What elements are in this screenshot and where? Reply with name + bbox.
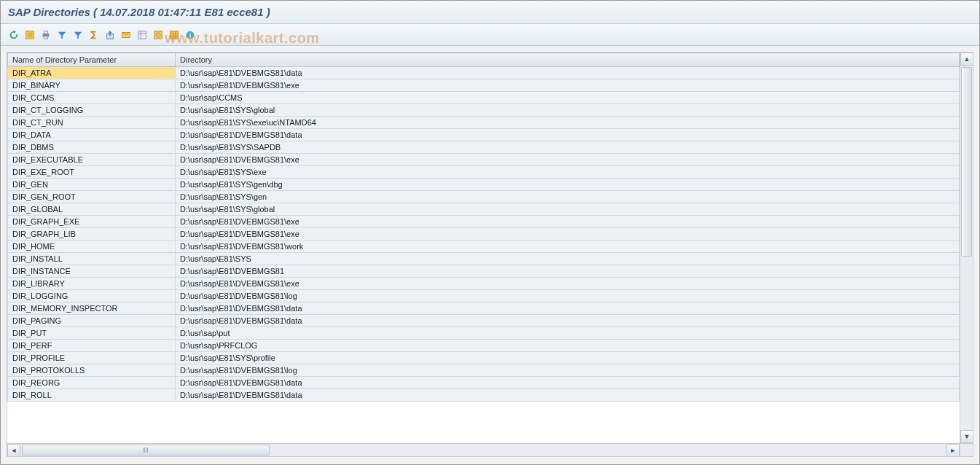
cell-param-name[interactable]: DIR_GEN xyxy=(8,179,176,191)
table-row[interactable]: DIR_GRAPH_EXED:\usr\sap\E81\DVEBMGS81\ex… xyxy=(8,216,960,228)
table-row[interactable]: DIR_DATAD:\usr\sap\E81\DVEBMGS81\data xyxy=(8,129,960,141)
cell-directory[interactable]: D:\usr\sap\E81\SYS xyxy=(176,253,960,265)
table-row[interactable]: DIR_PROTOKOLLSD:\usr\sap\E81\DVEBMGS81\l… xyxy=(8,364,960,377)
cell-param-name[interactable]: DIR_PROTOKOLLS xyxy=(8,364,176,377)
cell-param-name[interactable]: DIR_CT_RUN xyxy=(8,117,176,129)
cell-param-name[interactable]: DIR_ROLL xyxy=(8,389,176,402)
select-layout-icon[interactable] xyxy=(151,28,165,42)
details-icon[interactable] xyxy=(23,28,37,42)
mail-icon[interactable] xyxy=(119,28,133,42)
vscroll-track[interactable] xyxy=(960,66,973,430)
cell-directory[interactable]: D:\usr\sap\E81\DVEBMGS81\data xyxy=(176,67,960,79)
cell-directory[interactable]: D:\usr\sap\CCMS xyxy=(176,92,960,104)
table-row[interactable]: DIR_ATRAD:\usr\sap\E81\DVEBMGS81\data xyxy=(8,67,960,79)
scroll-up-icon[interactable]: ▲ xyxy=(960,52,973,66)
cell-directory[interactable]: D:\usr\sap\E81\DVEBMGS81\data xyxy=(176,302,960,315)
cell-directory[interactable]: D:\usr\sap\E81\DVEBMGS81\data xyxy=(176,129,960,141)
cell-directory[interactable]: D:\usr\sap\put xyxy=(176,327,960,340)
cell-directory[interactable]: D:\usr\sap\E81\SYS\global xyxy=(176,203,960,216)
cell-directory[interactable]: D:\usr\sap\E81\SYS\global xyxy=(176,104,960,117)
table-row[interactable]: DIR_CT_LOGGINGD:\usr\sap\E81\SYS\global xyxy=(8,104,960,117)
cell-directory[interactable]: D:\usr\sap\E81\DVEBMGS81\log xyxy=(176,290,960,302)
table-row[interactable]: DIR_REORGD:\usr\sap\E81\DVEBMGS81\data xyxy=(8,377,960,389)
table-row[interactable]: DIR_EXECUTABLED:\usr\sap\E81\DVEBMGS81\e… xyxy=(8,154,960,166)
scroll-right-icon[interactable]: ► xyxy=(946,444,960,456)
cell-param-name[interactable]: DIR_PERF xyxy=(8,340,176,352)
cell-directory[interactable]: D:\usr\sap\E81\DVEBMGS81\log xyxy=(176,364,960,377)
cell-directory[interactable]: D:\usr\sap\E81\SYS\gen\dbg xyxy=(176,179,960,191)
cell-param-name[interactable]: DIR_ATRA xyxy=(8,67,176,79)
cell-param-name[interactable]: DIR_CCMS xyxy=(8,92,176,104)
table-row[interactable]: DIR_INSTALLD:\usr\sap\E81\SYS xyxy=(8,253,960,265)
cell-directory[interactable]: D:\usr\sap\E81\DVEBMGS81\exe xyxy=(176,278,960,290)
cell-param-name[interactable]: DIR_CT_LOGGING xyxy=(8,104,176,117)
cell-param-name[interactable]: DIR_GLOBAL xyxy=(8,203,176,216)
table-row[interactable]: DIR_PERFD:\usr\sap\PRFCLOG xyxy=(8,340,960,352)
cell-param-name[interactable]: DIR_PUT xyxy=(8,327,176,340)
hscroll-track[interactable] xyxy=(20,444,946,456)
cell-param-name[interactable]: DIR_HOME xyxy=(8,241,176,253)
cell-directory[interactable]: D:\usr\sap\E81\DVEBMGS81\data xyxy=(176,389,960,402)
cell-param-name[interactable]: DIR_LIBRARY xyxy=(8,278,176,290)
cell-param-name[interactable]: DIR_GRAPH_EXE xyxy=(8,216,176,228)
cell-param-name[interactable]: DIR_INSTANCE xyxy=(8,265,176,278)
cell-param-name[interactable]: DIR_REORG xyxy=(8,377,176,389)
column-header-name[interactable]: Name of Directory Parameter xyxy=(8,53,176,67)
cell-param-name[interactable]: DIR_INSTALL xyxy=(8,253,176,265)
horizontal-scrollbar[interactable]: ◄ ► xyxy=(7,443,960,456)
cell-param-name[interactable]: DIR_LOGGING xyxy=(8,290,176,302)
table-row[interactable]: DIR_MEMORY_INSPECTORD:\usr\sap\E81\DVEBM… xyxy=(8,302,960,315)
cell-directory[interactable]: D:\usr\sap\E81\SYS\exe xyxy=(176,166,960,179)
cell-directory[interactable]: D:\usr\sap\E81\DVEBMGS81\exe xyxy=(176,154,960,166)
export-icon[interactable] xyxy=(103,28,117,42)
scroll-down-icon[interactable]: ▼ xyxy=(960,430,973,443)
table-row[interactable]: DIR_PAGINGD:\usr\sap\E81\DVEBMGS81\data xyxy=(8,315,960,327)
directory-table[interactable]: Name of Directory Parameter Directory DI… xyxy=(7,52,960,402)
table-row[interactable]: DIR_GRAPH_LIBD:\usr\sap\E81\DVEBMGS81\ex… xyxy=(8,228,960,241)
table-row[interactable]: DIR_HOMED:\usr\sap\E81\DVEBMGS81\work xyxy=(8,241,960,253)
table-row[interactable]: DIR_DBMSD:\usr\sap\E81\SYS\SAPDB xyxy=(8,141,960,154)
cell-directory[interactable]: D:\usr\sap\E81\SYS\gen xyxy=(176,191,960,203)
table-row[interactable]: DIR_LOGGINGD:\usr\sap\E81\DVEBMGS81\log xyxy=(8,290,960,302)
table-row[interactable]: DIR_PROFILED:\usr\sap\E81\SYS\profile xyxy=(8,352,960,364)
cell-param-name[interactable]: DIR_BINARY xyxy=(8,79,176,92)
cell-param-name[interactable]: DIR_PAGING xyxy=(8,315,176,327)
filter-icon[interactable] xyxy=(55,28,69,42)
print-icon[interactable] xyxy=(39,28,53,42)
cell-directory[interactable]: D:\usr\sap\E81\DVEBMGS81\exe xyxy=(176,79,960,92)
refresh-icon[interactable] xyxy=(7,28,21,42)
cell-directory[interactable]: D:\usr\sap\PRFCLOG xyxy=(176,340,960,352)
table-row[interactable]: DIR_LIBRARYD:\usr\sap\E81\DVEBMGS81\exe xyxy=(8,278,960,290)
cell-directory[interactable]: D:\usr\sap\E81\SYS\SAPDB xyxy=(176,141,960,154)
cell-directory[interactable]: D:\usr\sap\E81\DVEBMGS81\data xyxy=(176,377,960,389)
cell-param-name[interactable]: DIR_DBMS xyxy=(8,141,176,154)
cell-directory[interactable]: D:\usr\sap\E81\DVEBMGS81 xyxy=(176,265,960,278)
table-row[interactable]: DIR_INSTANCED:\usr\sap\E81\DVEBMGS81 xyxy=(8,265,960,278)
sum-icon[interactable] xyxy=(87,28,101,42)
cell-directory[interactable]: D:\usr\sap\E81\DVEBMGS81\work xyxy=(176,241,960,253)
cell-param-name[interactable]: DIR_DATA xyxy=(8,129,176,141)
table-row[interactable]: DIR_GLOBALD:\usr\sap\E81\SYS\global xyxy=(8,203,960,216)
column-header-directory[interactable]: Directory xyxy=(176,53,960,67)
vertical-scrollbar[interactable]: ▲ ▼ xyxy=(960,52,973,443)
cell-directory[interactable]: D:\usr\sap\E81\SYS\exe\uc\NTAMD64 xyxy=(176,117,960,129)
table-row[interactable]: DIR_GEN_ROOTD:\usr\sap\E81\SYS\gen xyxy=(8,191,960,203)
table-row[interactable]: DIR_CCMSD:\usr\sap\CCMS xyxy=(8,92,960,104)
cell-directory[interactable]: D:\usr\sap\E81\DVEBMGS81\data xyxy=(176,315,960,327)
info-icon[interactable]: i xyxy=(183,28,197,42)
hscroll-thumb[interactable] xyxy=(22,445,270,456)
layout-icon[interactable] xyxy=(135,28,149,42)
scroll-left-icon[interactable]: ◄ xyxy=(7,444,20,456)
cell-param-name[interactable]: DIR_MEMORY_INSPECTOR xyxy=(8,302,176,315)
cell-directory[interactable]: D:\usr\sap\E81\DVEBMGS81\exe xyxy=(176,228,960,241)
table-row[interactable]: DIR_BINARYD:\usr\sap\E81\DVEBMGS81\exe xyxy=(8,79,960,92)
cell-param-name[interactable]: DIR_EXE_ROOT xyxy=(8,166,176,179)
table-row[interactable]: DIR_ROLLD:\usr\sap\E81\DVEBMGS81\data xyxy=(8,389,960,402)
table-row[interactable]: DIR_PUTD:\usr\sap\put xyxy=(8,327,960,340)
cell-directory[interactable]: D:\usr\sap\E81\DVEBMGS81\exe xyxy=(176,216,960,228)
table-row[interactable]: DIR_CT_RUND:\usr\sap\E81\SYS\exe\uc\NTAM… xyxy=(8,117,960,129)
cell-param-name[interactable]: DIR_EXECUTABLE xyxy=(8,154,176,166)
cell-param-name[interactable]: DIR_GEN_ROOT xyxy=(8,191,176,203)
table-row[interactable]: DIR_EXE_ROOTD:\usr\sap\E81\SYS\exe xyxy=(8,166,960,179)
cell-param-name[interactable]: DIR_GRAPH_LIB xyxy=(8,228,176,241)
